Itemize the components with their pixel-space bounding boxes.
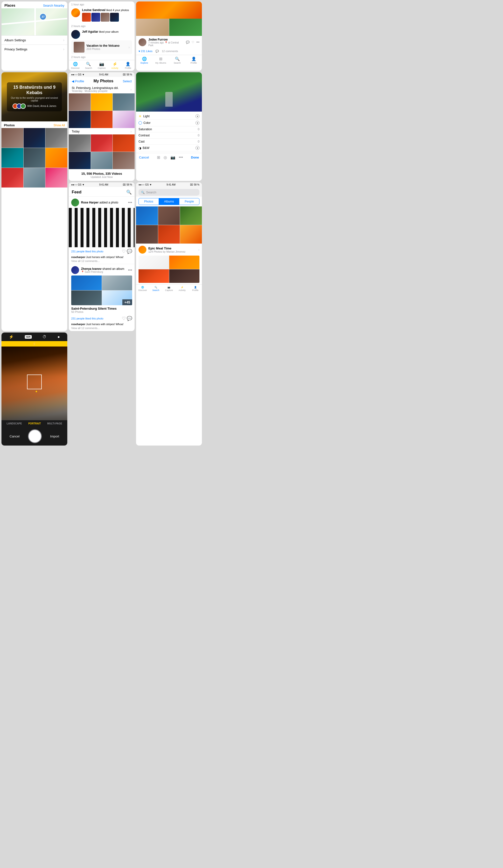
- tab-discover[interactable]: 🌐 Discover: [69, 62, 82, 69]
- crop-icon[interactable]: ⊞: [157, 155, 160, 160]
- select-button[interactable]: Select: [123, 79, 132, 83]
- today-photo-1[interactable]: [69, 134, 91, 152]
- berlin-photo-2[interactable]: [23, 128, 45, 148]
- album-settings-item[interactable]: Album Settings ›: [1, 35, 67, 44]
- heart-icon[interactable]: ♡: [191, 41, 194, 44]
- epic-thumb-1[interactable]: [138, 256, 169, 269]
- today-photo-4[interactable]: [69, 152, 91, 169]
- search-input[interactable]: Search: [146, 190, 197, 194]
- show-all-button[interactable]: Show All: [54, 124, 65, 127]
- search-photo-1[interactable]: [136, 206, 158, 225]
- search-nearby-link[interactable]: Search Nearby: [43, 4, 64, 7]
- map-view[interactable]: 37: [1, 8, 67, 35]
- settings-icon[interactable]: ●: [57, 335, 60, 339]
- message-icon[interactable]: 💬: [186, 41, 190, 44]
- epic-thumb-4[interactable]: [169, 269, 200, 283]
- portrait-mode[interactable]: PORTRAIT: [28, 422, 41, 425]
- more-icon[interactable]: •••: [196, 41, 199, 44]
- profile-card: Jodee Furrow 7 minutes ago 📍 at Central …: [136, 1, 202, 71]
- filter-icon[interactable]: ◎: [164, 155, 167, 160]
- berlin-photo-1[interactable]: [1, 128, 23, 148]
- activity-album-row[interactable]: Vacation to the Volcano 233 Photos ›: [71, 40, 132, 54]
- photo-cell-2[interactable]: [91, 93, 113, 111]
- search-photo-4[interactable]: [136, 225, 158, 244]
- tab-capture[interactable]: 📷 Capture: [95, 62, 108, 69]
- epic-thumb-3[interactable]: [138, 269, 169, 283]
- berlin-photo-4[interactable]: [1, 148, 23, 168]
- camera-viewfinder[interactable]: [1, 347, 67, 420]
- cast-option[interactable]: Cast 0: [138, 138, 199, 145]
- cancel-button[interactable]: Cancel: [10, 434, 19, 438]
- saturation-option[interactable]: Saturation 0: [138, 126, 199, 133]
- search-tab-people[interactable]: People: [179, 198, 199, 205]
- bottom-tab-activity[interactable]: ⚡ Activity: [176, 286, 189, 291]
- comment-button-1[interactable]: 💬: [127, 249, 132, 254]
- feed-title: Feed: [72, 190, 82, 195]
- bottom-tab-profile[interactable]: 👤 Profile: [189, 286, 202, 291]
- contrast-option[interactable]: Contrast 0: [138, 133, 199, 138]
- light-option[interactable]: ☀ Light ∨: [138, 113, 199, 120]
- photo-cell-1[interactable]: [69, 93, 91, 111]
- like-button-1[interactable]: ♡: [122, 249, 126, 254]
- photo-cell-5[interactable]: [91, 111, 113, 128]
- bottom-tab-search[interactable]: 🔍 Search: [149, 286, 163, 291]
- search-photo-6[interactable]: [180, 225, 202, 244]
- like-button-2[interactable]: ♡: [122, 316, 126, 321]
- multipage-mode[interactable]: MULTI-PAGE: [47, 422, 62, 425]
- photo-grid-today: [69, 134, 135, 169]
- back-button[interactable]: ◀ Profile: [72, 79, 84, 83]
- flash-icon[interactable]: ⚡: [9, 334, 14, 339]
- hdr-badge[interactable]: HDR: [25, 335, 32, 339]
- today-photo-5[interactable]: [91, 152, 113, 169]
- berlin-photo-9[interactable]: [45, 168, 67, 187]
- berlin-photo-5[interactable]: [23, 148, 45, 168]
- album-count: 233 Photos: [86, 48, 126, 50]
- tab-search[interactable]: 🔍 Search: [82, 62, 95, 69]
- epic-thumb-2[interactable]: [169, 256, 200, 269]
- photo-cell-3[interactable]: [113, 93, 135, 111]
- bottom-tab-discover[interactable]: 🌐 Discover: [136, 286, 149, 291]
- tab-my-albums[interactable]: ⊞ My Albums: [153, 56, 169, 64]
- comment-button-2[interactable]: 💬: [127, 316, 132, 321]
- more-tools-icon[interactable]: •••: [179, 155, 183, 160]
- privacy-settings-item[interactable]: Privacy Settings ›: [1, 44, 67, 54]
- today-photo-6[interactable]: [113, 152, 135, 169]
- more-button-1[interactable]: •••: [128, 200, 132, 205]
- tab-activity[interactable]: ⚡ Activity: [108, 62, 122, 69]
- search-bar[interactable]: 🔍 Search: [138, 189, 199, 196]
- timer-icon[interactable]: ⏱: [42, 335, 46, 339]
- tab-search-profile[interactable]: 🔍 Search: [169, 56, 186, 64]
- search-photo-3[interactable]: [180, 206, 202, 225]
- berlin-photo-3[interactable]: [45, 128, 67, 148]
- search-tab-albums[interactable]: Albums: [159, 198, 179, 205]
- camera-tool-icon[interactable]: 📷: [170, 155, 175, 160]
- today-photo-2[interactable]: [91, 134, 113, 152]
- more-button-2[interactable]: •••: [128, 268, 132, 272]
- feed-search-icon[interactable]: 🔍: [126, 189, 132, 195]
- view-all-comments-2[interactable]: View all 12 comments...: [69, 327, 135, 331]
- tab-explore[interactable]: 🌐 Explore: [136, 56, 153, 64]
- landscape-mode[interactable]: LANDSCAPE: [7, 422, 22, 425]
- tab-profile-main[interactable]: 👤 Profile: [186, 56, 202, 64]
- berlin-photo-6[interactable]: [45, 148, 67, 168]
- feed-carrier: ●●○○ GS ▼: [71, 183, 84, 186]
- search-photo-5[interactable]: [158, 225, 180, 244]
- berlin-photo-8[interactable]: [23, 168, 45, 187]
- photo-cell-6[interactable]: [113, 111, 135, 128]
- tab-profile[interactable]: 👤 Profile: [121, 62, 135, 69]
- feed-post-header-2: Zhenya Ivanov shared an album 📍 Saint Pe…: [69, 266, 135, 276]
- bw-option[interactable]: ◑ B&W ∨: [138, 145, 199, 152]
- photo-cell-4[interactable]: [69, 111, 91, 128]
- search-photo-2[interactable]: [158, 206, 180, 225]
- activity-item-1: Louise Sandoval liked 4 your photos: [69, 7, 135, 23]
- berlin-photo-7[interactable]: [1, 168, 23, 187]
- view-all-comments-1[interactable]: View all 12 comments...: [69, 259, 135, 264]
- cancel-button[interactable]: Cancel: [139, 156, 149, 159]
- done-button[interactable]: Done: [191, 156, 199, 159]
- bottom-tab-capture[interactable]: 📷 Capture: [163, 286, 176, 291]
- shutter-button[interactable]: [28, 429, 42, 443]
- search-tab-photos[interactable]: Photos: [138, 198, 159, 205]
- import-button[interactable]: Import: [50, 434, 59, 438]
- color-option[interactable]: Color ∨: [138, 120, 199, 126]
- today-photo-3[interactable]: [113, 134, 135, 152]
